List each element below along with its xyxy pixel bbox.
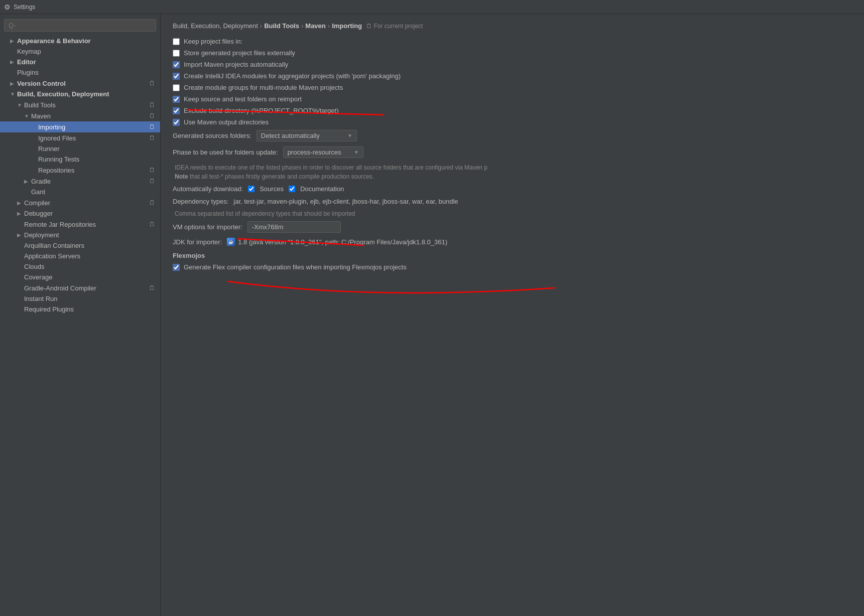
arrow-icon: ▼ [24, 113, 31, 119]
vm-row: VM options for importer: [173, 221, 852, 233]
sidebar-item-app-servers[interactable]: Application Servers [0, 251, 160, 261]
breadcrumb: Build, Execution, Deployment › Build Too… [173, 22, 852, 30]
sidebar-label: Required Plugins [24, 305, 156, 313]
sidebar-label: Build Tools [24, 101, 148, 109]
title-bar: ⚙ Settings [0, 0, 864, 14]
dependency-label: Dependency types: [173, 198, 228, 205]
keep-source-test-checkbox[interactable] [173, 96, 180, 103]
import-maven-auto-checkbox[interactable] [173, 61, 180, 68]
sidebar-item-editor[interactable]: ▶Editor [0, 57, 160, 67]
sources-checkbox[interactable] [248, 186, 255, 192]
create-module-groups-label[interactable]: Create module groups for multi-module Ma… [184, 84, 343, 91]
checkbox-row-import-maven-auto: Import Maven projects automatically [173, 61, 852, 68]
sidebar-item-required-plugins[interactable]: Required Plugins [0, 304, 160, 315]
exclude-build-dir-checkbox[interactable] [173, 107, 180, 114]
use-maven-output-label[interactable]: Use Maven output directories [184, 118, 269, 126]
sidebar-label: Appearance & Behavior [17, 37, 156, 45]
sidebar-file-icon: 🗒 [148, 199, 156, 207]
arrow-icon: ▼ [17, 102, 24, 108]
sidebar-item-clouds[interactable]: Clouds [0, 261, 160, 272]
breadcrumb-part3: Maven [305, 22, 325, 30]
sidebar-item-repositories[interactable]: Repositories🗒 [0, 165, 160, 176]
exclude-build-dir-label[interactable]: Exclude build directory (%PROJECT_ROOT%/… [184, 107, 338, 114]
sidebar-item-coverage[interactable]: Coverage [0, 272, 160, 282]
sidebar-item-gradle-android[interactable]: Gradle-Android Compiler🗒 [0, 282, 160, 293]
arrow-icon: ▶ [17, 200, 24, 206]
sidebar-label: Running Tests [38, 156, 156, 163]
sidebar-item-gradle[interactable]: ▶Gradle🗒 [0, 176, 160, 187]
keep-source-test-label[interactable]: Keep source and test folders on reimport [184, 95, 302, 103]
sidebar-item-build-exec-deploy[interactable]: ▼Build, Execution, Deployment [0, 89, 160, 99]
sidebar-item-gant[interactable]: Gant [0, 187, 160, 197]
breadcrumb-sep3: › [328, 22, 330, 30]
documentation-label[interactable]: Documentation [300, 185, 344, 193]
search-input[interactable] [4, 19, 156, 32]
sidebar-label: Gant [31, 188, 156, 196]
sidebar-file-icon: 🗒 [148, 123, 156, 131]
sidebar-item-instant-run[interactable]: Instant Run [0, 293, 160, 304]
jdk-row: JDK for importer: ☕ 1.8 (java version "1… [173, 238, 852, 246]
sources-label[interactable]: Sources [260, 185, 284, 193]
sidebar-item-appearance[interactable]: ▶Appearance & Behavior [0, 36, 160, 46]
phase-value: process-resources [288, 148, 341, 156]
checkbox-row-use-maven-output: Use Maven output directories [173, 118, 852, 126]
vm-input[interactable] [248, 221, 341, 233]
sidebar-item-compiler[interactable]: ▶Compiler🗒 [0, 197, 160, 208]
sidebar-item-build-tools[interactable]: ▼Build Tools🗒 [0, 99, 160, 110]
store-generated-checkbox[interactable] [173, 50, 180, 57]
checkbox-row-keep-project-files: Keep project files in: [173, 38, 852, 45]
create-intellij-modules-checkbox[interactable] [173, 73, 180, 80]
sidebar-item-deployment[interactable]: ▶Deployment [0, 230, 160, 240]
generated-sources-dropdown[interactable]: Detect automatically ▼ [257, 130, 357, 141]
generated-sources-label: Generated sources folders: [173, 132, 252, 139]
sidebar-label: Keymap [17, 48, 156, 55]
jdk-value-container[interactable]: ☕ 1.8 (java version "1.8.0_361", path: C… [227, 238, 447, 246]
sidebar-file-icon: 🗒 [148, 112, 156, 120]
breadcrumb-part2: Build Tools [264, 22, 299, 30]
sidebar-item-running-tests[interactable]: Running Tests [0, 154, 160, 165]
sidebar-item-maven[interactable]: ▼Maven🗒 [0, 110, 160, 121]
sidebar-item-debugger[interactable]: ▶Debugger [0, 208, 160, 219]
arrow-icon: ▶ [24, 179, 31, 184]
sidebar-file-icon: 🗒 [148, 177, 156, 185]
sidebar-file-icon: 🗒 [148, 166, 156, 174]
flex-label[interactable]: Generate Flex compiler configuration fil… [184, 263, 407, 271]
sidebar-item-ignored-files[interactable]: Ignored Files🗒 [0, 132, 160, 143]
sidebar-item-arquillian[interactable]: Arquillian Containers [0, 240, 160, 251]
sidebar-item-runner[interactable]: Runner [0, 143, 160, 154]
flexmojos-title: Flexmojos [173, 252, 852, 259]
auto-download-label: Automatically download: [173, 185, 243, 193]
phase-row: Phase to be used for folders update: pro… [173, 146, 852, 158]
dependency-row: Dependency types: jar, test-jar, maven-p… [173, 198, 852, 205]
store-generated-label[interactable]: Store generated project files externally [184, 49, 295, 57]
create-module-groups-checkbox[interactable] [173, 84, 180, 91]
jdk-label: JDK for importer: [173, 238, 222, 246]
use-maven-output-checkbox[interactable] [173, 119, 180, 126]
flex-checkbox[interactable] [173, 264, 180, 271]
create-intellij-modules-label[interactable]: Create IntelliJ IDEA modules for aggrega… [184, 72, 401, 80]
sidebar-file-icon: 🗒 [148, 79, 156, 87]
arrow-icon: ▶ [10, 38, 17, 44]
import-maven-auto-label[interactable]: Import Maven projects automatically [184, 61, 288, 68]
sidebar-label: Editor [17, 58, 156, 66]
sidebar-item-remote-jar-repos[interactable]: Remote Jar Repositories🗒 [0, 219, 160, 230]
sidebar-item-keymap[interactable]: Keymap [0, 46, 160, 57]
checkbox-row-create-module-groups: Create module groups for multi-module Ma… [173, 84, 852, 91]
dropdown-arrow: ▼ [347, 133, 352, 138]
sidebar-label: Importing [38, 123, 148, 131]
phase-dropdown[interactable]: process-resources ▼ [283, 146, 363, 158]
sidebar-label: Compiler [24, 199, 148, 207]
documentation-checkbox[interactable] [289, 186, 295, 192]
arrow-icon: ▶ [17, 232, 24, 238]
flex-checkbox-row: Generate Flex compiler configuration fil… [173, 263, 852, 271]
phase-label: Phase to be used for folders update: [173, 148, 278, 156]
sidebar-item-version-control[interactable]: ▶Version Control🗒 [0, 78, 160, 89]
keep-project-files-label[interactable]: Keep project files in: [184, 38, 242, 45]
sidebar-item-plugins[interactable]: Plugins [0, 67, 160, 78]
sidebar-file-icon: 🗒 [148, 101, 156, 109]
auto-download-row: Automatically download: Sources Document… [173, 185, 852, 193]
generated-sources-value: Detect automatically [261, 132, 320, 139]
keep-project-files-checkbox[interactable] [173, 38, 180, 45]
sidebar-item-importing[interactable]: Importing🗒 [0, 121, 160, 132]
checkbox-row-store-generated: Store generated project files externally [173, 49, 852, 57]
